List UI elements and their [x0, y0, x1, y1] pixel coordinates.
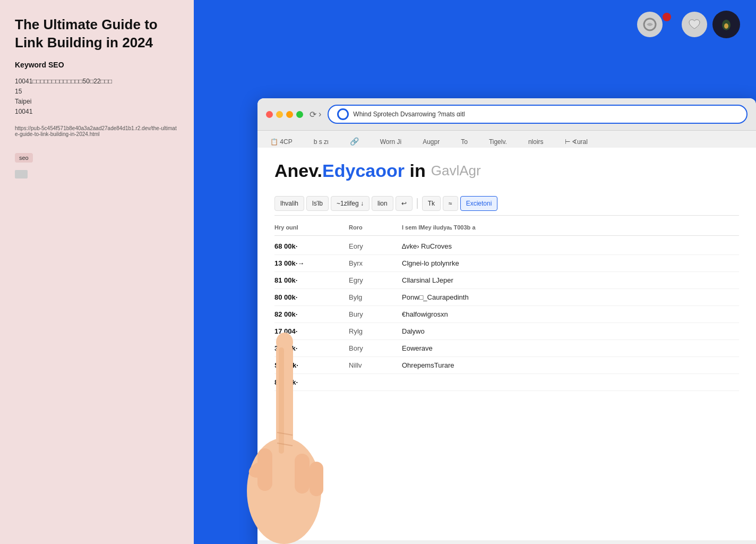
table-row[interactable]: 32 00k· Bory Eowerave [274, 340, 739, 357]
tab-1[interactable]: 📋 4CP [266, 136, 297, 148]
browser-tabs-bar: 📋 4CP b s zι 🔗 Worn Ji Augpr To Tigelv. [257, 131, 756, 148]
sidebar-subtitle: Keyword SEO [15, 61, 179, 69]
tab-3[interactable]: 🔗 [346, 135, 363, 148]
table-row[interactable]: 13 00k·→ Byrx Clgnei-lo ptolynrke [274, 255, 739, 272]
toolbar-btn-tk[interactable]: Tk [422, 196, 441, 211]
back-icon[interactable]: ⟳ [310, 109, 316, 120]
close-button[interactable] [266, 111, 273, 118]
svg-point-2 [724, 23, 728, 29]
table-row[interactable]: 17 004· Rylg Dalywo [274, 323, 739, 340]
tab-2[interactable]: b s zι [310, 136, 333, 148]
sidebar-tag[interactable]: seo [15, 153, 33, 163]
title-part1: Anev. [274, 160, 322, 181]
top-icon-1[interactable] [637, 12, 663, 37]
col-header-keyword: Hry ounΙ [274, 224, 349, 231]
table-row[interactable]: 82 00k· Bury €halfowigrosxn [274, 306, 739, 323]
toolbar-btn-lion[interactable]: lion [372, 196, 393, 211]
forward-icon[interactable]: › [319, 109, 321, 119]
table-row[interactable]: 80 00k· Bylg Ponw□_Caurapedinth [274, 289, 739, 306]
content-title-main: Anev.Edycaoor in [274, 160, 426, 181]
title-part3: in [409, 160, 425, 181]
sidebar: The Ultimate Guide to Link Building in 2… [0, 0, 194, 544]
tab-wormdi-label: Worn Ji [380, 138, 401, 146]
sidebar-meta: 10041□□□□□□□□□□□□□50□22□□□ 15 Taipei 100… [15, 76, 179, 117]
sidebar-icon [15, 170, 28, 178]
svg-point-3 [725, 20, 727, 22]
browser-chrome: ⟳ › Whind Sprotech Dvsarrowing ?mats αit… [257, 98, 756, 131]
top-icon-2[interactable] [663, 13, 671, 21]
top-icons-row [637, 11, 740, 38]
tab-augpr[interactable]: Augpr [418, 136, 444, 148]
content-header: Anev.Edycaoor in GavlAgr [274, 160, 739, 181]
top-icon-4[interactable] [712, 11, 740, 38]
traffic-lights [266, 111, 303, 118]
toolbar-row: lhvalih lsΊb ~1zlifeg ↓ lion ↩ Tk ≈ Exci… [274, 192, 739, 216]
content-subtitle: GavlAgr [431, 163, 481, 179]
toolbar-btn-arrow[interactable]: ↩ [396, 196, 413, 211]
browser-window: ⟳ › Whind Sprotech Dvsarrowing ?mats αit… [257, 98, 756, 544]
table-row[interactable]: S0 00k· Nillv OhrepemsTurare [274, 357, 739, 374]
nav-arrows[interactable]: ⟳ › [310, 109, 321, 120]
main-area: ⟳ › Whind Sprotech Dvsarrowing ?mats αit… [194, 0, 756, 544]
sidebar-url: https://pub-5c454f571b8e40a3a2aad27ade84… [15, 125, 179, 137]
minimize-button[interactable] [276, 111, 283, 118]
toolbar-btn-lhvalih[interactable]: lhvalih [274, 196, 304, 211]
address-text: Whind Sprotech Dvsarrowing ?mats αitl [353, 110, 738, 118]
tab-nloirs[interactable]: nloirs [524, 136, 548, 148]
maximize-button-orange[interactable] [286, 111, 293, 118]
table-row[interactable]: 81 00k· Egry Cllarsinal LJeper [274, 272, 739, 289]
toolbar-btn-approx[interactable]: ≈ [443, 196, 458, 211]
address-bar[interactable]: Whind Sprotech Dvsarrowing ?mats αitl [328, 105, 748, 124]
browser-content: Anev.Edycaoor in GavlAgr lhvalih lsΊb ~1… [257, 148, 756, 540]
toolbar-btn-zlifeg[interactable]: ~1zlifeg ↓ [331, 196, 370, 211]
tab-wormdi[interactable]: Worn Ji [376, 136, 406, 148]
tab-te-label: To [461, 138, 468, 146]
maximize-button[interactable] [296, 111, 303, 118]
toolbar-divider [417, 198, 418, 209]
tab-ural[interactable]: ⊢ ∢ural [561, 136, 592, 148]
col-header-roro: Roro [349, 224, 402, 231]
tab-tigelv[interactable]: Tigelv. [485, 136, 511, 148]
title-part2: Edycaoor [322, 160, 405, 181]
table-row[interactable]: 8F 00k· [274, 374, 739, 391]
table-row[interactable]: 68 00k· Eory ∆vke› RuCroves [274, 238, 739, 255]
top-icon-3[interactable] [682, 12, 707, 37]
toolbar-btn-lstb[interactable]: lsΊb [306, 196, 329, 211]
col-header-info: I sem IMey iludya₁ T003b a [402, 224, 487, 231]
browser-logo-icon [337, 108, 349, 120]
sidebar-title: The Ultimate Guide to Link Building in 2… [15, 16, 179, 52]
tab-te[interactable]: To [457, 136, 472, 148]
table-header: Hry ounΙ Roro I sem IMey iludya₁ T003b a [274, 220, 739, 236]
toolbar-btn-excietoni[interactable]: Excietoni [460, 196, 498, 211]
